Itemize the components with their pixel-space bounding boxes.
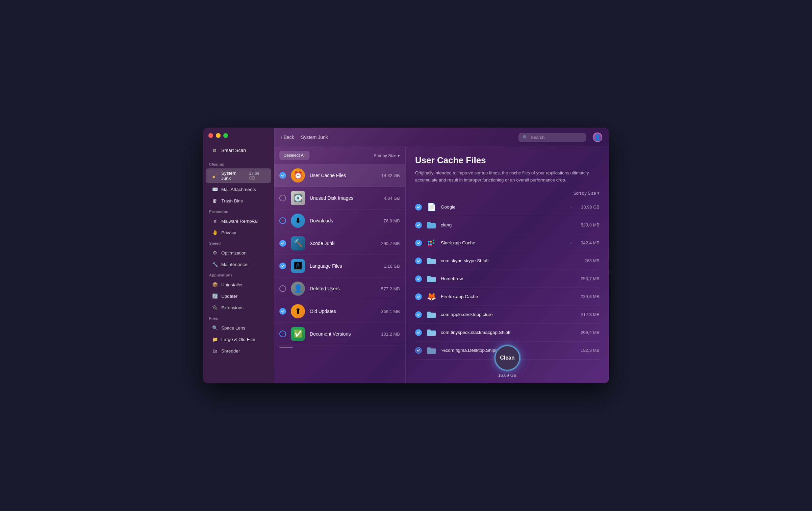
detail-list: 📄 Google › 10,98 GB cl (415, 198, 600, 360)
list-item[interactable]: 🔨 Xcode Junk 290,7 MB (274, 232, 405, 255)
list-item[interactable]: 💽 Unused Disk Images 4,84 GB (274, 187, 405, 210)
list-item-checkbox[interactable] (279, 195, 286, 201)
deleted-users-icon: 👤 (291, 282, 305, 296)
list-item[interactable]: 👤 Deleted Users 577,2 MB (274, 277, 405, 300)
sidebar-item-privacy[interactable]: 🤚 Privacy (206, 227, 271, 238)
detail-item-checkbox[interactable] (415, 240, 422, 246)
document-versions-icon: ✅ (291, 327, 305, 341)
header: ‹ Back System Junk 🔍 👤 (274, 128, 609, 147)
unused-disk-icon: 💽 (291, 191, 305, 205)
sidebar-item-updater[interactable]: 🔄 Updater (206, 291, 271, 301)
list-item-checkbox[interactable] (279, 263, 286, 269)
sidebar-item-system-junk-label: System Junk (221, 171, 246, 181)
list-item[interactable]: ⏰ User Cache Files 14,42 GB (274, 164, 405, 187)
list-item-size: 369,1 MB (381, 309, 400, 314)
svg-rect-7 (430, 245, 432, 246)
sidebar-section-speed: Speed (203, 239, 274, 247)
smart-scan-icon: 🖥 (212, 147, 218, 153)
detail-item-checkbox[interactable] (415, 204, 422, 211)
detail-item-name: com.tinyspeck.slackmacgap.ShipIt (441, 330, 572, 335)
detail-item-checkbox[interactable] (415, 293, 422, 300)
list-item-checkbox[interactable] (279, 217, 286, 224)
sidebar-section-files: Files (203, 314, 274, 322)
deselect-all-button[interactable]: Deselect All (279, 151, 309, 160)
list-item-checkbox[interactable] (279, 240, 286, 247)
search-input[interactable] (531, 135, 582, 140)
app-window: 🖥 Smart Scan Cleanup 🧹 System Junk 27,09… (203, 128, 609, 383)
sidebar-item-malware-removal[interactable]: ☣ Malware Removal (206, 216, 271, 226)
detail-item[interactable]: clang 520,8 MB (415, 216, 600, 234)
privacy-icon: 🤚 (212, 229, 218, 236)
sidebar-item-shredder[interactable]: 🗂 Shredder (206, 345, 271, 356)
chevron-right-icon: › (570, 241, 572, 245)
sidebar-item-maintenance[interactable]: 🔧 Maintenance (206, 259, 271, 270)
detail-panel: User Cache Files Originally intended to … (406, 147, 609, 383)
detail-item-checkbox[interactable] (415, 258, 422, 264)
detail-item-checkbox[interactable] (415, 222, 422, 228)
list-item-checkbox[interactable] (279, 285, 286, 292)
fullscreen-button[interactable] (223, 133, 228, 138)
list-item[interactable]: ✅ Document Versions 181,2 MB (274, 323, 405, 345)
clean-button[interactable]: Clean (494, 345, 520, 371)
uninstaller-icon: 📦 (212, 282, 218, 288)
minimize-button[interactable] (216, 133, 221, 138)
sidebar-item-optimization-label: Optimization (221, 250, 247, 256)
back-button[interactable]: ‹ Back (281, 135, 294, 140)
detail-item[interactable]: com.apple.desktoppicture 212,8 MB (415, 306, 600, 324)
detail-item-size: 212,8 MB (576, 312, 600, 317)
sidebar-item-malware-label: Malware Removal (221, 219, 258, 224)
list-item[interactable]: ⬆ Old Updates 369,1 MB (274, 300, 405, 323)
list-item-checkbox[interactable] (279, 331, 286, 337)
detail-item[interactable]: Slack.app Cache › 342,4 MB (415, 234, 600, 252)
avatar[interactable]: 👤 (593, 132, 602, 142)
detail-item-checkbox[interactable] (415, 275, 422, 282)
detail-item-size: 10,98 GB (576, 204, 600, 210)
sidebar-item-uninstaller[interactable]: 📦 Uninstaller (206, 279, 271, 290)
detail-item-name: Homebrew (441, 276, 572, 281)
detail-item[interactable]: Homebrew 250,7 MB (415, 270, 600, 288)
sidebar-item-uninstaller-label: Uninstaller (221, 282, 243, 287)
old-updates-icon: ⬆ (291, 304, 305, 318)
close-button[interactable] (208, 133, 213, 138)
clean-size-label: 16,69 GB (498, 373, 517, 378)
svg-rect-6 (428, 245, 430, 246)
list-item[interactable]: 🅰 Language Files 1,16 GB (274, 255, 405, 277)
sidebar-item-extensions[interactable]: 🔌 Extensions (206, 302, 271, 313)
search-bar[interactable]: 🔍 (518, 133, 586, 142)
list-item-size: 4,84 GB (384, 196, 400, 201)
sidebar-item-large-old-files[interactable]: 📁 Large & Old Files (206, 334, 271, 345)
svg-rect-1 (428, 241, 430, 242)
list-item-checkbox[interactable] (279, 308, 286, 315)
malware-removal-icon: ☣ (212, 218, 218, 224)
sidebar-item-trash-bins[interactable]: 🗑 Trash Bins (206, 195, 271, 206)
updater-icon: 🔄 (212, 293, 218, 299)
list-item[interactable]: ⬇ Downloads 76,9 MB (274, 210, 405, 232)
detail-item[interactable]: 🦊 Firefox.app Cache 239,6 MB (415, 288, 600, 306)
sidebar: 🖥 Smart Scan Cleanup 🧹 System Junk 27,09… (203, 128, 274, 383)
detail-item[interactable]: 📄 Google › 10,98 GB (415, 198, 600, 216)
detail-item[interactable]: com.skype.skype.ShipIt 268 MB (415, 252, 600, 270)
detail-item-checkbox[interactable] (415, 329, 422, 336)
optimization-icon: ⚙ (212, 250, 218, 256)
list-item-name: Document Versions (310, 331, 376, 337)
list-item-size: 290,7 MB (381, 241, 400, 246)
detail-item[interactable]: com.tinyspeck.slackmacgap.ShipIt 209,4 M… (415, 324, 600, 342)
detail-title: User Cache Files (415, 155, 600, 166)
extensions-icon: 🔌 (212, 305, 218, 311)
detail-item-name: clang (441, 222, 572, 227)
detail-item-checkbox[interactable] (415, 347, 422, 354)
detail-item-size: 268 MB (576, 258, 600, 263)
sidebar-item-space-lens[interactable]: 🔍 Space Lens (206, 322, 271, 333)
chevron-right-icon: › (570, 205, 572, 210)
sort-by-size-button[interactable]: Sort by Size ▾ (374, 153, 400, 158)
avatar-icon: 👤 (594, 134, 601, 141)
detail-sort-button[interactable]: Sort by Size ▾ (415, 191, 600, 196)
back-chevron-icon: ‹ (281, 135, 282, 140)
sidebar-item-smart-scan[interactable]: 🖥 Smart Scan (206, 145, 271, 156)
sidebar-item-maintenance-label: Maintenance (221, 262, 247, 267)
list-item-checkbox[interactable] (279, 172, 286, 179)
detail-item-checkbox[interactable] (415, 311, 422, 318)
sidebar-item-system-junk[interactable]: 🧹 System Junk 27,09 GB (206, 168, 271, 183)
sidebar-item-mail-attachments[interactable]: ✉️ Mail Attachments (206, 184, 271, 195)
sidebar-item-optimization[interactable]: ⚙ Optimization (206, 247, 271, 258)
